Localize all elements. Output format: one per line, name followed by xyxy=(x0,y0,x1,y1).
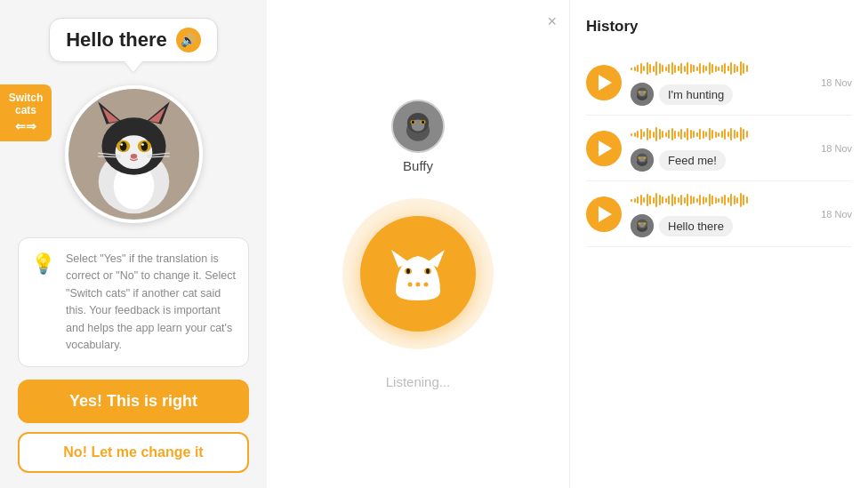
close-button[interactable]: × xyxy=(547,12,557,31)
history-label: Feed me! xyxy=(659,150,726,171)
play-triangle-icon xyxy=(599,206,612,222)
play-button-1[interactable] xyxy=(586,131,622,166)
info-text: Select "Yes" if the translation is corre… xyxy=(66,251,236,354)
switch-cats-button[interactable]: Switch cats ⇐⇒ xyxy=(0,84,52,141)
history-cat-avatar xyxy=(631,148,654,172)
history-date: 18 Nov xyxy=(821,209,852,220)
cat-avatar xyxy=(65,85,203,223)
info-box: 💡 Select "Yes" if the translation is cor… xyxy=(18,237,249,367)
svg-point-31 xyxy=(408,282,413,286)
listening-text: Listening... xyxy=(386,374,451,389)
svg-point-42 xyxy=(639,91,641,92)
svg-point-27 xyxy=(422,120,424,124)
svg-point-32 xyxy=(416,282,421,286)
history-item: Hello there18 Nov xyxy=(586,181,852,247)
svg-point-54 xyxy=(639,222,641,224)
svg-point-26 xyxy=(412,120,414,124)
svg-point-11 xyxy=(130,154,137,159)
buffy-name: Buffy xyxy=(403,158,433,173)
svg-point-8 xyxy=(141,141,148,150)
svg-point-43 xyxy=(644,91,647,92)
svg-point-49 xyxy=(644,156,647,158)
cat-mic-icon xyxy=(387,243,449,305)
history-item: I'm hunting18 Nov xyxy=(586,50,852,116)
switch-cats-label: Switch cats xyxy=(7,92,44,117)
history-label: I'm hunting xyxy=(659,84,733,105)
waveform-area: Hello there xyxy=(631,190,812,237)
svg-point-33 xyxy=(424,282,429,286)
play-triangle-icon xyxy=(599,140,612,156)
bulb-icon: 💡 xyxy=(31,252,55,276)
history-title: History xyxy=(586,18,852,36)
switch-cats-arrows-icon: ⇐⇒ xyxy=(15,119,36,134)
svg-point-55 xyxy=(644,222,647,224)
translation-text: Hello there xyxy=(66,28,167,52)
buffy-avatar xyxy=(391,100,445,153)
speaker-icon[interactable] xyxy=(176,28,201,52)
no-button[interactable]: No! Let me change it xyxy=(18,432,249,473)
play-button-2[interactable] xyxy=(586,196,622,232)
history-cat-avatar xyxy=(631,83,654,106)
right-panel: History I'm hunting18 Nov Feed me!18 Nov… xyxy=(569,0,868,488)
waveform-area: I'm hunting xyxy=(631,59,812,106)
waveform-area: Feed me! xyxy=(631,124,812,172)
svg-point-4 xyxy=(115,135,152,169)
svg-point-37 xyxy=(426,268,430,274)
history-date: 18 Nov xyxy=(821,143,852,154)
cat-avatar-svg xyxy=(68,89,199,220)
play-button-0[interactable] xyxy=(586,65,622,100)
yes-button[interactable]: Yes! This is right xyxy=(18,380,249,423)
left-panel: Hello there Switch cats ⇐⇒ xyxy=(0,0,267,488)
svg-point-7 xyxy=(119,141,126,150)
history-label: Hello there xyxy=(659,216,733,236)
history-date: 18 Nov xyxy=(821,77,852,88)
play-triangle-icon xyxy=(599,75,612,91)
svg-point-9 xyxy=(120,143,123,146)
middle-panel: × Buffy xyxy=(267,0,569,488)
speech-bubble: Hello there xyxy=(49,18,218,62)
history-item: Feed me!18 Nov xyxy=(586,116,852,181)
svg-point-36 xyxy=(406,268,410,274)
mic-button[interactable] xyxy=(360,216,476,332)
svg-point-10 xyxy=(141,143,144,146)
history-list: I'm hunting18 Nov Feed me!18 Nov Hello t… xyxy=(586,50,852,247)
svg-point-48 xyxy=(639,156,641,158)
history-cat-avatar xyxy=(631,214,654,237)
mic-ring xyxy=(342,198,494,349)
